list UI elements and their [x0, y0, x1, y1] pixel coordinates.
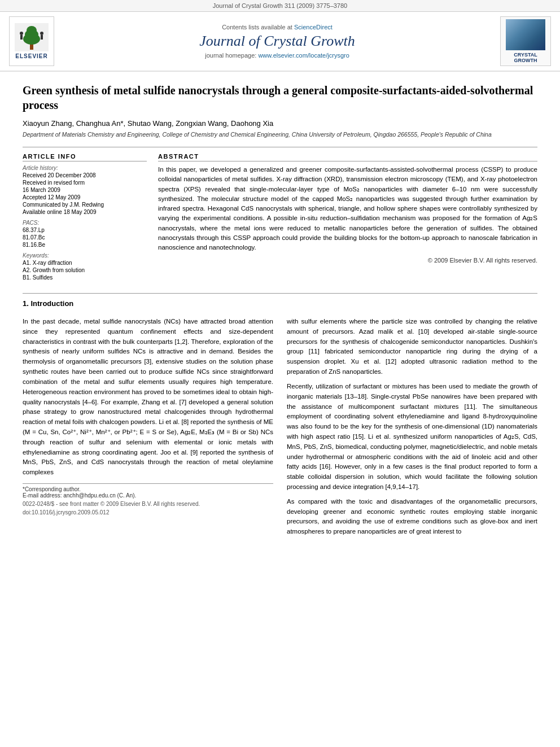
keyword-1: A1. X-ray diffraction — [23, 260, 147, 266]
svg-point-7 — [40, 32, 43, 35]
accepted-date: Accepted 12 May 2009 — [23, 194, 147, 200]
body-divider — [23, 293, 537, 294]
svg-point-5 — [20, 32, 23, 35]
keyword-2: A2. Growth from solution — [23, 267, 147, 273]
intro-para-1: In the past decade, metal sulfide nanocr… — [23, 317, 273, 478]
journal-header: ELSEVIER Contents lists available at Sci… — [0, 12, 560, 72]
email-value: anchh@hdpu.edu.cn (C. An). — [63, 492, 136, 499]
section1-heading: Introduction — [30, 299, 73, 308]
article-info-column: ARTICLE INFO Article history: Received 2… — [23, 153, 147, 282]
intro-para-3: Recently, utilization of surfactant or m… — [287, 382, 537, 492]
journal-title-area: Contents lists available at ScienceDirec… — [60, 16, 495, 66]
body-right-column: with sulfur elements where the particle … — [287, 317, 537, 541]
keywords-heading: Keywords: — [23, 252, 147, 259]
article-info-heading: ARTICLE INFO — [23, 153, 147, 161]
copyright-notice: © 2009 Elsevier B.V. All rights reserved… — [158, 257, 537, 264]
homepage-label: journal homepage: — [205, 52, 256, 59]
intro-para-4: As compared with the toxic and disadvant… — [287, 497, 537, 537]
abstract-heading: ABSTRACT — [158, 153, 537, 161]
abstract-text: In this paper, we developed a generalize… — [158, 165, 537, 252]
keywords-section: Keywords: A1. X-ray diffraction A2. Grow… — [23, 252, 147, 281]
corresponding-author-note: *Corresponding author. — [23, 486, 273, 492]
sciencedirect-link[interactable]: ScienceDirect — [294, 24, 333, 30]
available-online: Available online 18 May 2009 — [23, 209, 147, 215]
article-info-abstract-section: ARTICLE INFO Article history: Received 2… — [23, 153, 537, 282]
email-footnote: E-mail address: anchh@hdpu.edu.cn (C. An… — [23, 492, 273, 499]
crystal-growth-image — [506, 19, 545, 50]
footer-issn: 0022-0248/$ - see front matter © 2009 El… — [23, 501, 273, 507]
journal-homepage-line: journal homepage: www.elsevier.com/locat… — [205, 52, 349, 59]
footer-doi: doi:10.1016/j.jcrysgro.2009.05.012 — [23, 509, 273, 516]
homepage-url[interactable]: www.elsevier.com/locate/jcrysgro — [258, 52, 349, 59]
received-date: Received 20 December 2008 — [23, 172, 147, 178]
header-divider — [23, 147, 537, 147]
body-two-col: In the past decade, metal sulfide nanocr… — [23, 317, 537, 541]
pacs-item-3: 81.16.Be — [23, 242, 147, 248]
article-title: Green synthesis of metal sulfide nanocry… — [23, 83, 537, 112]
pacs-item-2: 81.07.Bc — [23, 234, 147, 241]
elsevier-brand-text: ELSEVIER — [15, 53, 47, 59]
contents-text: Contents lists available at — [222, 24, 292, 30]
footnote-area: *Corresponding author. E-mail address: a… — [23, 483, 273, 499]
section1-title: 1. Introduction — [23, 299, 537, 308]
journal-name: Journal of Crystal Growth — [199, 33, 355, 50]
revised-date: 16 March 2009 — [23, 187, 147, 193]
body-left-column: In the past decade, metal sulfide nanocr… — [23, 317, 273, 541]
svg-rect-8 — [41, 35, 43, 40]
authors-line: Xiaoyun Zhang, Changhua An*, Shutao Wang… — [23, 119, 537, 128]
communicated-by: Communicated by J.M. Redwing — [23, 202, 147, 208]
elsevier-tree-icon — [15, 23, 49, 51]
article-content: Green synthesis of metal sulfide nanocry… — [0, 72, 560, 553]
received-revised-label: Received in revised form — [23, 180, 147, 186]
history-label: Article history: — [23, 165, 147, 171]
pacs-section: PACS: 68.37.Lp 81.07.Bc 81.16.Be — [23, 220, 147, 248]
elsevier-logo: ELSEVIER — [9, 16, 54, 66]
journal-reference-bar: Journal of Crystal Growth 311 (2009) 377… — [0, 0, 560, 12]
pacs-heading: PACS: — [23, 220, 147, 226]
contents-available-line: Contents lists available at ScienceDirec… — [222, 24, 333, 30]
keyword-3: B1. Sulfides — [23, 274, 147, 281]
pacs-item-1: 68.37.Lp — [23, 227, 147, 233]
journal-reference: Journal of Crystal Growth 311 (2009) 377… — [213, 2, 347, 9]
svg-point-4 — [27, 26, 37, 35]
intro-para-2: with sulfur elements where the particle … — [287, 317, 537, 377]
page-wrapper: Journal of Crystal Growth 311 (2009) 377… — [0, 0, 560, 553]
email-label: E-mail address: — [23, 492, 62, 499]
abstract-column: ABSTRACT In this paper, we developed a g… — [158, 153, 537, 282]
crystal-growth-brand: CRYSTAL GROWTH — [503, 52, 548, 63]
section1-number: 1. — [23, 299, 29, 308]
affiliation-line: Department of Materials Chemistry and En… — [23, 131, 537, 138]
svg-rect-6 — [20, 35, 23, 40]
crystal-growth-logo: CRYSTAL GROWTH — [500, 16, 551, 66]
